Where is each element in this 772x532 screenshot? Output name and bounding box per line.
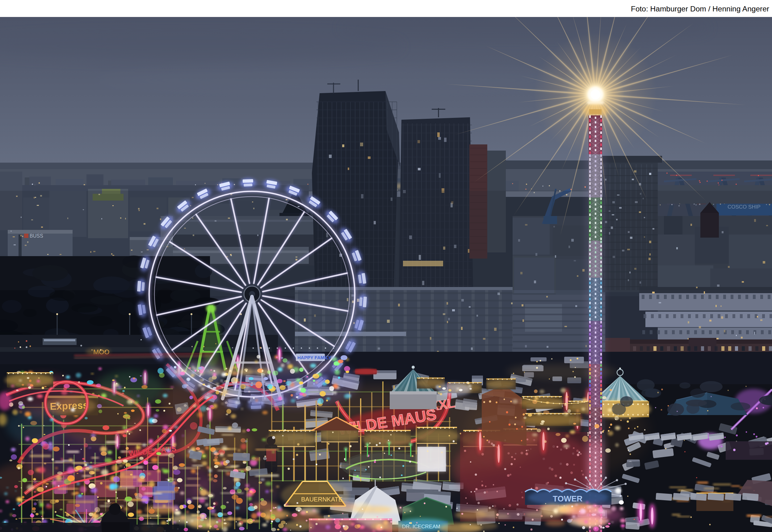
svg-text:Foto: Hamburger Dom / Henning: Foto: Hamburger Dom / Henning Angerer (631, 5, 769, 13)
